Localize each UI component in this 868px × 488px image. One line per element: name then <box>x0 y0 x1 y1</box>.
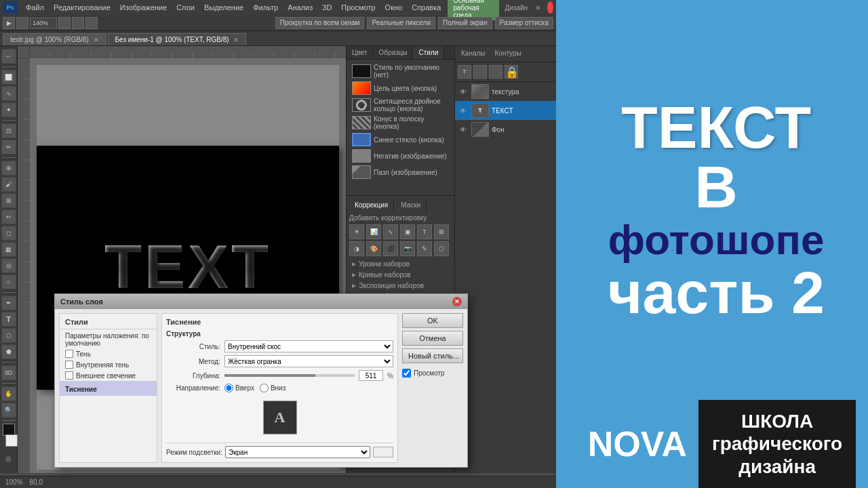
tool-history[interactable]: ↩ <box>1 209 16 224</box>
style-blue[interactable]: Синее стекло (кнопка) <box>349 131 452 148</box>
dialog-close-button[interactable]: ✕ <box>452 297 462 306</box>
corr-icon-7[interactable]: ◑ <box>349 241 364 256</box>
dialog-inner-shadow[interactable]: Внутренняя тень <box>60 359 157 370</box>
design-label[interactable]: Дизайн <box>500 3 532 13</box>
corr-icon-8[interactable]: 🎨 <box>366 241 381 256</box>
layer-eye-text[interactable]: 👁 <box>458 105 469 116</box>
menu-view[interactable]: Просмотр <box>337 2 379 13</box>
print-size-btn[interactable]: Размер оттиска <box>495 17 553 29</box>
tool-healing[interactable]: ⊕ <box>1 161 16 176</box>
layer-bg[interactable]: 👁 Фон <box>455 120 556 139</box>
corr-icon-1[interactable]: ☀ <box>349 224 364 239</box>
tab-bez-imeni[interactable]: Без имени-1 @ 100% (TEXT, RGB/8) ✕ <box>108 33 247 45</box>
tab-textr[interactable]: textr.jpg @ 100% (RGB/8) ✕ <box>3 33 106 45</box>
tool-gradient[interactable]: ▦ <box>1 242 16 257</box>
dialog-bevel-item[interactable]: Тиснение <box>60 381 157 396</box>
menu-analysis[interactable]: Анализ <box>283 2 317 13</box>
radio-down[interactable]: Вниз <box>260 384 285 392</box>
backlight-color[interactable] <box>373 447 393 458</box>
correction-tab[interactable]: Коррекция <box>349 199 394 211</box>
preview-checkbox[interactable] <box>402 369 411 378</box>
corr-icon-2[interactable]: 📊 <box>366 224 381 239</box>
tool-shape[interactable]: ⬟ <box>1 344 16 359</box>
zoom-input[interactable]: 140% <box>30 18 57 28</box>
style-ring[interactable]: Светящееся двойное кольцо (кнопка) <box>349 96 452 114</box>
tool-eyedrop[interactable]: ✏ <box>1 140 16 155</box>
menu-file[interactable]: Файл <box>22 2 48 13</box>
samples-tab[interactable]: Образцы <box>373 46 413 59</box>
tool-pen[interactable]: ✒ <box>1 296 16 310</box>
expand-icon[interactable]: » <box>533 1 543 14</box>
emboss-method-select[interactable]: Жёсткая огранка <box>224 355 393 367</box>
tool-hand[interactable]: ✋ <box>1 386 16 401</box>
corr-icon-3[interactable]: ∿ <box>383 224 398 239</box>
corr-icon-6[interactable]: ⊞ <box>434 224 449 239</box>
corr-icon-12[interactable]: ⬡ <box>434 241 449 256</box>
layer-icon-1[interactable]: T <box>458 65 471 79</box>
layer-icon-lock[interactable]: 🔒 <box>505 65 518 79</box>
tool-crop[interactable]: ⊡ <box>1 123 16 138</box>
corr-icon-10[interactable]: 📷 <box>400 241 415 256</box>
scroll-all-btn[interactable]: Прокрутка по всем окнам <box>275 17 365 29</box>
quick-mask[interactable]: ◎ <box>3 452 15 464</box>
tool-lasso[interactable]: ∿ <box>1 86 16 101</box>
layers-paths-tab[interactable]: Контуры <box>491 48 526 60</box>
style-puzzle[interactable]: Пазл (изображение) <box>349 164 452 180</box>
masks-tab[interactable]: Маски <box>395 199 427 211</box>
tool-blur[interactable]: ◎ <box>1 258 16 273</box>
close-circle-icon[interactable] <box>547 1 553 14</box>
dialog-outer-glow[interactable]: Внешнее свечение <box>60 370 157 381</box>
tool-stamp[interactable]: ⊞ <box>1 193 16 208</box>
dialog-blend-options[interactable]: Параметры наложения: по умолчанию <box>60 331 157 348</box>
tab-close-bez[interactable]: ✕ <box>233 37 239 43</box>
menu-layers[interactable]: Слои <box>172 2 199 13</box>
tool-path[interactable]: ⬡ <box>1 328 16 343</box>
style-default[interactable]: Стиль по умолчанию (нет) <box>349 62 452 80</box>
layer-texture[interactable]: 👁 текстура <box>455 82 556 101</box>
dialog-shadow[interactable]: Тень <box>60 348 157 359</box>
corr-icon-11[interactable]: ✎ <box>417 241 432 256</box>
outer-glow-checkbox[interactable] <box>65 371 73 380</box>
adj-exposure[interactable]: ▶ Экспозиция наборов <box>349 281 452 291</box>
menu-filter[interactable]: Фильтр <box>249 2 282 13</box>
emboss-depth-input[interactable] <box>359 370 383 381</box>
layer-icon-3[interactable] <box>489 65 502 79</box>
menu-image[interactable]: Изображение <box>116 2 171 13</box>
tool-brush[interactable]: 🖌 <box>1 177 16 192</box>
shadow-checkbox[interactable] <box>65 350 73 358</box>
style-color[interactable]: Цель цвета (кнопка) <box>349 80 452 96</box>
menu-edit[interactable]: Редактирование <box>50 2 115 13</box>
menu-select[interactable]: Выделение <box>200 2 248 13</box>
radio-up-input[interactable] <box>224 384 233 392</box>
corr-icon-9[interactable]: ⬛ <box>383 241 398 256</box>
emboss-style-select[interactable]: Внутренний скос <box>224 340 393 352</box>
cancel-button[interactable]: Отмена <box>402 331 463 346</box>
tool-wand[interactable]: ✦ <box>1 102 16 117</box>
backlight-select[interactable]: Экран <box>225 446 370 458</box>
inner-shadow-checkbox[interactable] <box>65 361 73 369</box>
corr-icon-5[interactable]: T <box>417 224 432 239</box>
menu-window[interactable]: Окно <box>381 2 407 13</box>
tab-close-textr[interactable]: ✕ <box>94 37 99 43</box>
menu-3d[interactable]: 3D <box>318 2 336 13</box>
radio-down-input[interactable] <box>260 384 269 392</box>
tool-text[interactable]: T <box>1 312 16 327</box>
layers-channels-tab[interactable]: Каналы <box>457 48 490 60</box>
color-tab[interactable]: Цвет <box>347 46 373 59</box>
tool-3d[interactable]: 3D <box>1 365 16 380</box>
background-color[interactable] <box>5 434 18 447</box>
radio-up[interactable]: Вверх <box>224 384 254 392</box>
menu-help[interactable]: Справка <box>408 2 445 13</box>
styles-tab[interactable]: Стили <box>413 46 444 59</box>
actual-pixels-btn[interactable]: Реальные пиксели <box>367 17 435 29</box>
adj-curves[interactable]: ▶ Кривые наборов <box>349 270 452 280</box>
tool-dodge[interactable]: ○ <box>1 274 16 289</box>
tool-eraser[interactable]: ◻ <box>1 226 16 241</box>
ok-button[interactable]: OK <box>402 313 463 328</box>
corr-icon-4[interactable]: ▣ <box>400 224 415 239</box>
layer-eye-bg[interactable]: 👁 <box>458 124 469 135</box>
tool-zoom[interactable]: 🔍 <box>1 403 16 418</box>
adj-levels[interactable]: ▶ Уровни наборов <box>349 259 452 269</box>
emboss-depth-slider[interactable] <box>224 374 355 377</box>
style-neg[interactable]: Негатив (изображение) <box>349 148 452 164</box>
